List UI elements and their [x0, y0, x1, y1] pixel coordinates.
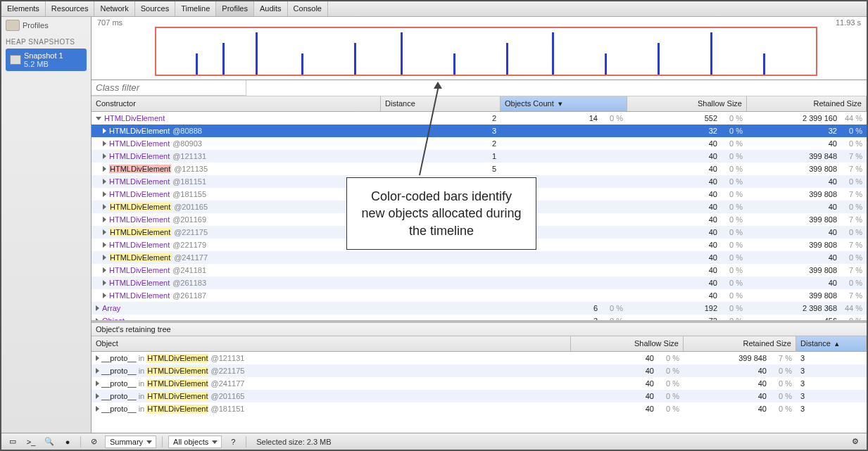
- constructor-name: HTMLDivElement: [109, 215, 170, 224]
- allocation-bar: [354, 43, 356, 75]
- retaining-row[interactable]: __proto__ in HTMLDivElement @121131400 %…: [92, 352, 867, 364]
- tab-elements[interactable]: Elements: [1, 1, 46, 16]
- settings-gear-icon[interactable]: ⚙: [848, 436, 862, 448]
- table-row[interactable]: HTMLDivElement @809032400 %400 %: [92, 137, 867, 150]
- table-row[interactable]: HTMLDivElement @261183400 %400 %: [92, 277, 867, 289]
- table-row[interactable]: HTMLDivElement @1211355400 %399 8087 %: [92, 163, 867, 175]
- retaining-header: Object Shallow Size Retained Size Distan…: [92, 336, 867, 352]
- rcol-object[interactable]: Object: [92, 336, 571, 351]
- sidebar-title: Profiles: [23, 21, 49, 30]
- col-shallow-size[interactable]: Shallow Size: [627, 96, 747, 111]
- allocation-bar: [256, 32, 258, 75]
- allocation-bar: [506, 43, 508, 75]
- timeline-start: 707 ms: [97, 18, 122, 25]
- snapshot-name: Snapshot 1: [24, 51, 63, 60]
- constructor-name: Object: [102, 317, 125, 320]
- allocation-bar: [605, 53, 607, 75]
- constructor-name: HTMLDivElement: [109, 190, 170, 198]
- console-toggle-icon[interactable]: >_: [24, 436, 38, 448]
- constructor-name: HTMLDivElement: [109, 127, 170, 135]
- sidebar-category: HEAP SNAPSHOTS: [1, 34, 91, 47]
- allocation-bar: [222, 43, 225, 75]
- rcol-shallow[interactable]: Shallow Size: [571, 336, 684, 351]
- constructor-name: HTMLDivElement: [109, 241, 170, 249]
- constructor-name: HTMLDivElement: [109, 165, 171, 173]
- profiles-sidebar: Profiles HEAP SNAPSHOTS Snapshot 1 5.2 M…: [1, 17, 92, 433]
- record-icon[interactable]: ●: [61, 436, 75, 448]
- rcol-distance[interactable]: Distance ▴: [796, 336, 867, 351]
- allocation-timeline[interactable]: 707 ms 11.93 s: [92, 17, 867, 80]
- allocation-bar: [196, 53, 198, 75]
- allocation-bar: [301, 53, 303, 75]
- tab-timeline[interactable]: Timeline: [175, 1, 216, 16]
- snapshot-thumb-icon: [10, 55, 21, 65]
- filter-dropdown[interactable]: All objects: [168, 436, 222, 448]
- tab-network[interactable]: Network: [94, 1, 134, 16]
- constructor-name: HTMLDivElement: [109, 279, 170, 287]
- view-dropdown[interactable]: Summary: [105, 436, 156, 448]
- table-row[interactable]: HTMLDivElement @241177400 %400 %: [92, 251, 867, 264]
- table-row[interactable]: Object30 %720 %4560 %: [92, 315, 867, 320]
- table-row[interactable]: HTMLDivElement @1211311400 %399 8487 %: [92, 150, 867, 163]
- retaining-rows[interactable]: __proto__ in HTMLDivElement @121131400 %…: [92, 352, 867, 433]
- profiles-icon: [6, 20, 20, 31]
- timeline-selection[interactable]: [155, 27, 817, 76]
- clear-icon[interactable]: ⊘: [87, 436, 101, 448]
- table-row[interactable]: HTMLDivElement @261187400 %399 8087 %: [92, 289, 867, 302]
- tab-resources[interactable]: Resources: [46, 1, 95, 16]
- devtools-tabs: ElementsResourcesNetworkSourcesTimelineP…: [1, 1, 867, 17]
- allocation-bar: [401, 32, 403, 75]
- snapshot-item[interactable]: Snapshot 1 5.2 MB: [6, 49, 87, 71]
- constructor-name: HTMLDivElement: [104, 114, 165, 122]
- search-icon[interactable]: 🔍: [42, 436, 56, 448]
- constructor-name: Array: [102, 304, 120, 312]
- col-objects-count[interactable]: Objects Count ▾: [501, 96, 627, 111]
- table-row[interactable]: HTMLDivElement2140 %5520 %2 399 16044 %: [92, 112, 867, 125]
- allocation-bar: [552, 32, 554, 75]
- timeline-end: 11.93 s: [836, 18, 861, 25]
- constructor-name: HTMLDivElement: [109, 203, 171, 211]
- col-constructor[interactable]: Constructor: [92, 96, 381, 111]
- retaining-row[interactable]: __proto__ in HTMLDivElement @201165400 %…: [92, 390, 867, 402]
- constructor-name: HTMLDivElement: [109, 253, 171, 262]
- annotation-callout: Color-coded bars identify new objects al…: [346, 177, 536, 250]
- rcol-retained[interactable]: Retained Size: [684, 336, 796, 351]
- table-row[interactable]: Array60 %1920 %2 398 36844 %: [92, 302, 867, 315]
- constructor-name: HTMLDivElement: [109, 139, 170, 148]
- tab-console[interactable]: Console: [288, 1, 328, 16]
- class-filter-input[interactable]: [92, 80, 246, 96]
- constructor-name: HTMLDivElement: [109, 152, 170, 160]
- help-icon[interactable]: ?: [226, 436, 240, 448]
- retaining-row[interactable]: __proto__ in HTMLDivElement @241177400 %…: [92, 377, 867, 390]
- retaining-tree: Object's retaining tree Object Shallow S…: [92, 320, 867, 433]
- selected-size: Selected size: 2.3 MB: [252, 438, 335, 446]
- tab-profiles[interactable]: Profiles: [216, 1, 254, 16]
- col-distance[interactable]: Distance: [381, 96, 501, 111]
- col-retained-size[interactable]: Retained Size: [747, 96, 867, 111]
- filter-row: [92, 80, 867, 96]
- allocation-bar: [658, 43, 660, 75]
- constructors-header: Constructor Distance Objects Count ▾ Sha…: [92, 96, 867, 112]
- constructor-name: HTMLDivElement: [109, 228, 171, 236]
- status-bar: ▭ >_ 🔍 ● ⊘ Summary All objects ? Selecte…: [1, 433, 867, 450]
- retaining-row[interactable]: __proto__ in HTMLDivElement @181151400 %…: [92, 402, 867, 415]
- constructor-name: HTMLDivElement: [109, 177, 170, 186]
- tab-sources[interactable]: Sources: [135, 1, 175, 16]
- retaining-tree-title: Object's retaining tree: [92, 323, 867, 336]
- table-row[interactable]: HTMLDivElement @808883320 %320 %: [92, 125, 867, 137]
- constructor-name: HTMLDivElement: [109, 266, 170, 274]
- dock-icon[interactable]: ▭: [6, 436, 20, 448]
- constructor-name: HTMLDivElement: [109, 291, 170, 300]
- allocation-bar: [763, 53, 765, 75]
- sidebar-header: Profiles: [1, 17, 91, 34]
- allocation-bar: [710, 32, 712, 75]
- snapshot-size: 5.2 MB: [24, 60, 63, 68]
- allocation-bar: [453, 53, 455, 75]
- retaining-row[interactable]: __proto__ in HTMLDivElement @221175400 %…: [92, 364, 867, 377]
- tab-audits[interactable]: Audits: [254, 1, 288, 16]
- table-row[interactable]: HTMLDivElement @241181400 %399 8087 %: [92, 264, 867, 277]
